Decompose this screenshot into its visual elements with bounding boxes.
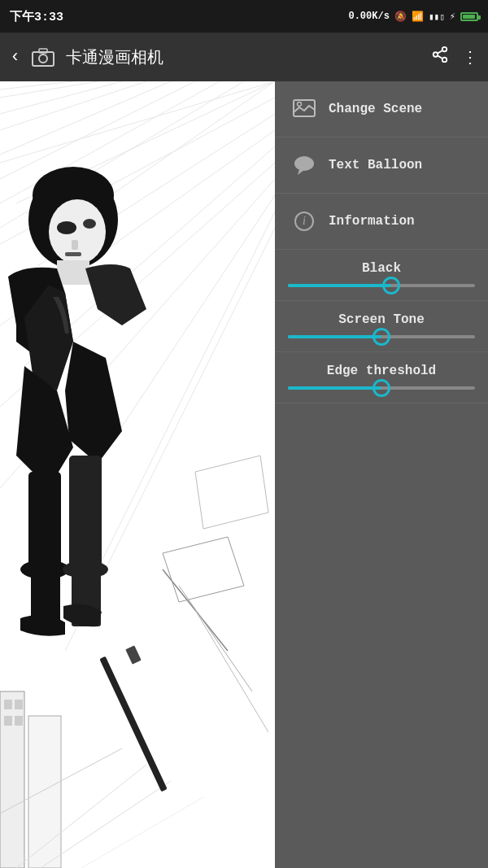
edge-threshold-slider-fill [288,386,381,390]
edge-threshold-slider-label: Edge threshold [288,364,475,378]
share-button[interactable] [431,46,449,68]
screen-tone-slider-fill [288,335,381,338]
svg-rect-35 [65,252,81,256]
svg-point-33 [83,219,96,229]
status-time: 下午3:33 [10,9,63,24]
svg-point-60 [298,103,302,107]
svg-point-1 [39,55,47,63]
change-scene-icon [291,96,317,122]
status-bar: 下午3:33 0.00K/s 🔕 📶 ▮▮▯ ⚡ [0,0,488,33]
svg-point-4 [434,52,438,57]
edge-threshold-slider-track[interactable] [288,386,475,390]
information-label: Information [329,214,415,229]
svg-point-5 [442,58,447,63]
status-speed: 0.00K/s [348,11,389,22]
battery-icon [460,12,478,21]
change-scene-label: Change Scene [329,102,422,116]
edge-threshold-slider-section: Edge threshold [275,352,488,403]
svg-point-3 [442,47,447,52]
text-balloon-icon [291,152,317,178]
svg-rect-46 [4,700,12,709]
more-button[interactable]: ⋮ [462,47,478,68]
main-content: Change Scene Text Balloon i Information … [0,81,488,868]
text-balloon-button[interactable]: Text Balloon [275,137,488,194]
change-scene-button[interactable]: Change Scene [275,81,488,137]
status-right: 0.00K/s 🔕 📶 ▮▮▯ ⚡ [348,11,478,23]
black-slider-fill [288,284,391,287]
black-slider-thumb[interactable] [382,277,400,294]
no-notification-icon: 🔕 [394,11,407,23]
svg-rect-38 [69,456,102,569]
right-panel: Change Scene Text Balloon i Information … [275,81,488,868]
black-slider-label: Black [288,261,475,276]
screen-tone-slider-label: Screen Tone [288,312,475,327]
text-balloon-label: Text Balloon [329,158,422,172]
app-bar: ‹ 卡通漫画相机 ⋮ [0,33,488,81]
camera-icon [30,44,56,70]
signal-icon: ▮▮▯ [429,11,445,22]
back-button[interactable]: ‹ [10,47,20,68]
svg-rect-36 [57,260,89,285]
information-button[interactable]: i Information [275,194,488,250]
svg-rect-48 [4,716,12,726]
svg-rect-2 [39,49,47,53]
svg-rect-49 [15,716,23,726]
svg-rect-34 [72,240,78,250]
screen-tone-slider-section: Screen Tone [275,301,488,352]
svg-rect-47 [15,700,23,709]
wifi-icon: 📶 [412,11,424,23]
black-slider-section: Black [275,250,488,301]
information-icon: i [291,208,317,234]
app-bar-actions: ⋮ [431,46,478,68]
info-circle: i [294,212,314,231]
app-title: 卡通漫画相机 [66,46,421,68]
black-slider-track[interactable] [288,284,475,287]
svg-line-7 [438,50,442,54]
svg-point-61 [294,156,314,171]
svg-point-32 [57,221,76,234]
svg-line-6 [438,55,442,59]
camera-preview [0,81,275,868]
bolt-icon: ⚡ [450,11,455,23]
svg-rect-37 [28,472,61,569]
screen-tone-slider-thumb[interactable] [373,328,390,346]
screen-tone-slider-track[interactable] [288,335,475,338]
edge-threshold-slider-thumb[interactable] [373,379,390,397]
